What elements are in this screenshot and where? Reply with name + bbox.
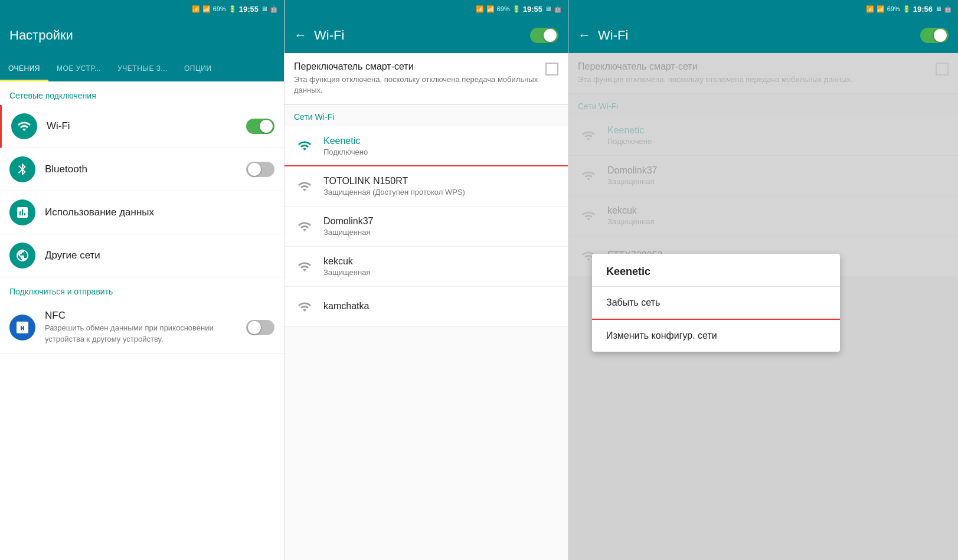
bluetooth-toggle[interactable]	[246, 162, 274, 177]
signal-icon: 📶	[202, 5, 211, 13]
dialog-title: Keenetic	[592, 254, 840, 287]
bluetooth-label: Bluetooth	[45, 163, 246, 175]
keenetic-name: Keenetic	[323, 136, 558, 146]
smart-switch-text: Переключатель смарт-сети Эта функция отк…	[294, 61, 538, 96]
screen-icon: 🖥	[261, 5, 267, 12]
nfc-subtitle: Разрешить обмен данными при прикосновени…	[45, 323, 246, 344]
wifi-panel-content: Переключатель смарт-сети Эта функция отк…	[568, 53, 958, 560]
wifi-signal-icon-3	[294, 216, 315, 237]
settings-tab-bar: ОЧЕНИЯ МОЕ УСТР... УЧЕТНЫЕ З... ОПЦИИ	[0, 53, 284, 81]
wifi-settings-item[interactable]: Wi-Fi	[0, 105, 284, 148]
totolink-text: TOTOLINK N150RT Защищенная (Доступен про…	[323, 176, 558, 197]
wifi-lock-icon-4	[297, 260, 312, 274]
nfc-icon	[15, 320, 30, 335]
wifi-main-toggle-2[interactable]	[920, 28, 949, 43]
wifi-signal-icon-5	[294, 296, 315, 317]
domolink-text: Domolink37 Защищенная	[323, 216, 558, 237]
wifi-text: Wi-Fi	[47, 120, 246, 132]
wifi-lock-icon-1	[297, 139, 312, 153]
kamchatka-text: kamchatka	[323, 301, 558, 313]
modify-network-button[interactable]: Изменить конфигур. сети	[592, 320, 840, 352]
status-icons-1: 📶 📶 69% 🔋 19:55 🖥 🤖	[192, 5, 278, 14]
nfc-icon-container	[9, 315, 35, 340]
wifi-back-button-2[interactable]: ←	[578, 28, 591, 43]
bluetooth-toggle-knob	[248, 163, 261, 176]
wifi-network-keenetic[interactable]: Keenetic Подключено	[285, 126, 568, 166]
smart-switch: Переключатель смарт-сети Эта функция отк…	[285, 53, 568, 104]
bluetooth-settings-item[interactable]: Bluetooth	[0, 148, 284, 191]
smart-switch-title: Переключатель смарт-сети	[294, 61, 538, 72]
tab-accounts[interactable]: УЧЕТНЫЕ З...	[109, 57, 176, 81]
wifi-back-button[interactable]: ←	[294, 28, 307, 43]
wifi-signal-icon-4	[294, 256, 315, 277]
status-icons-2: 📶 📶 69% 🔋 19:55 🖥 🤖	[476, 5, 562, 14]
settings-app-bar: Настройки	[0, 18, 284, 53]
wifi-icon	[17, 119, 31, 133]
network-context-dialog: Keenetic Забыть сеть Изменить конфигур. …	[592, 254, 840, 352]
data-settings-item[interactable]: Использование данных	[0, 191, 284, 234]
wifi-network-domolink[interactable]: Domolink37 Защищенная	[285, 207, 568, 247]
smart-switch-checkbox[interactable]	[545, 63, 558, 76]
status-icons-3: 📶 📶 69% 🔋 19:56 🖥 🤖	[866, 5, 952, 14]
data-usage-icon	[15, 205, 30, 220]
time-3: 19:56	[913, 5, 933, 14]
keenetic-status: Подключено	[323, 148, 558, 156]
battery-icon-3: 🔋	[903, 5, 911, 13]
other-text: Другие сети	[45, 250, 274, 261]
forget-network-button[interactable]: Забыть сеть	[592, 287, 840, 320]
kekcuk-text: kekcuk Защищенная	[323, 256, 558, 277]
wifi-icon-5	[297, 300, 312, 314]
battery-pct-3: 69%	[887, 5, 900, 12]
time-1: 19:55	[239, 5, 259, 14]
nfc-text: NFC Разрешить обмен данными при прикосно…	[45, 310, 246, 344]
domolink-name: Domolink37	[323, 216, 558, 227]
status-bar-3: 📶 📶 69% 🔋 19:56 🖥 🤖	[568, 0, 958, 18]
kekcuk-name: kekcuk	[323, 256, 558, 267]
wifi-label: Wi-Fi	[47, 120, 246, 132]
status-bar-1: 📶 📶 69% 🔋 19:55 🖥 🤖	[0, 0, 284, 18]
tab-my-device[interactable]: МОЕ УСТР...	[48, 57, 109, 81]
android-icon-2: 🤖	[554, 5, 562, 13]
wifi-status-icon: 📶	[192, 5, 200, 13]
wifi-title: Wi-Fi	[314, 28, 344, 43]
screen-icon-2: 🖥	[545, 5, 551, 12]
data-label: Использование данных	[45, 207, 274, 218]
wifi-lock-icon-2	[297, 179, 312, 194]
tab-connections[interactable]: ОЧЕНИЯ	[0, 57, 48, 81]
wifi-app-bar: ← Wi-Fi	[285, 18, 568, 53]
wifi-title-2: Wi-Fi	[598, 28, 628, 43]
wifi-toggle[interactable]	[246, 119, 274, 134]
data-icon-container	[9, 199, 35, 225]
nfc-toggle-knob	[248, 321, 261, 334]
status-bar-2: 📶 📶 69% 🔋 19:55 🖥 🤖	[285, 0, 568, 18]
wifi-main-toggle-knob-2	[934, 29, 947, 42]
battery-icon-2: 🔋	[512, 5, 521, 13]
battery-icon-1: 🔋	[228, 5, 237, 13]
smart-switch-subtitle: Эта функция отключена, поскольку отключе…	[294, 74, 538, 96]
wifi-main-toggle[interactable]	[530, 28, 558, 43]
nfc-toggle[interactable]	[246, 320, 274, 335]
kekcuk-status: Защищенная	[323, 268, 558, 277]
android-icon: 🤖	[270, 5, 278, 13]
totolink-name: TOTOLINK N150RT	[323, 176, 558, 186]
wifi-network-kekcuk[interactable]: kekcuk Защищенная	[285, 247, 568, 287]
wifi-network-totolink[interactable]: TOTOLINK N150RT Защищенная (Доступен про…	[285, 166, 568, 207]
nfc-label: NFC	[45, 310, 246, 322]
bluetooth-text: Bluetooth	[45, 163, 246, 175]
nfc-settings-item[interactable]: NFC Разрешить обмен данными при прикосно…	[0, 301, 284, 354]
other-label: Другие сети	[45, 250, 274, 261]
android-icon-3: 🤖	[944, 5, 952, 13]
time-2: 19:55	[523, 5, 542, 14]
keenetic-text: Keenetic Подключено	[323, 136, 558, 156]
wifi-signal-icon-1	[294, 135, 315, 156]
bluetooth-icon-container	[9, 156, 35, 182]
wifi-panel-2: 📶 📶 69% 🔋 19:56 🖥 🤖 ← Wi-Fi Переключател…	[568, 0, 958, 560]
wifi-main-toggle-knob	[544, 29, 557, 42]
wifi-toggle-knob	[260, 120, 273, 133]
connect-section-header: Подключиться и отправить	[0, 277, 284, 301]
tab-options[interactable]: ОПЦИИ	[176, 57, 220, 81]
wifi-network-kamchatka[interactable]: kamchatka	[285, 287, 568, 327]
wifi-lock-icon-3	[297, 220, 312, 234]
data-text: Использование данных	[45, 207, 274, 218]
other-networks-item[interactable]: Другие сети	[0, 234, 284, 277]
